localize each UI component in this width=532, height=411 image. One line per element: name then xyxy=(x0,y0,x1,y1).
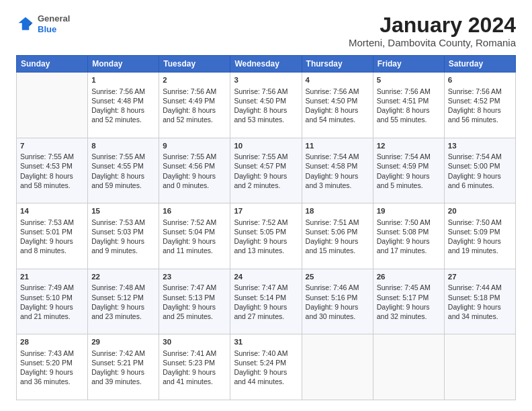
daylight-text: Daylight: 9 hours and 34 minutes. xyxy=(448,302,512,321)
sunrise-text: Sunrise: 7:55 AM xyxy=(20,152,84,161)
sunset-text: Sunset: 5:18 PM xyxy=(448,293,512,302)
sunset-text: Sunset: 5:21 PM xyxy=(91,358,155,367)
sunrise-text: Sunrise: 7:47 AM xyxy=(234,283,298,292)
sunset-text: Sunset: 4:49 PM xyxy=(163,96,226,105)
calendar-cell: 9Sunrise: 7:55 AMSunset: 4:56 PMDaylight… xyxy=(159,138,230,203)
daylight-text: Daylight: 8 hours and 53 minutes. xyxy=(234,105,298,124)
calendar-cell: 5Sunrise: 7:56 AMSunset: 4:51 PMDaylight… xyxy=(373,73,444,138)
sunset-text: Sunset: 5:09 PM xyxy=(448,227,512,236)
daylight-text: Daylight: 9 hours and 2 minutes. xyxy=(234,171,298,190)
day-number: 20 xyxy=(448,206,512,217)
daylight-text: Daylight: 9 hours and 23 minutes. xyxy=(91,302,155,321)
day-number: 30 xyxy=(163,337,226,348)
weekday-header-saturday: Saturday xyxy=(444,56,515,73)
calendar-cell xyxy=(17,73,88,138)
daylight-text: Daylight: 9 hours and 36 minutes. xyxy=(20,367,84,386)
sunrise-text: Sunrise: 7:43 AM xyxy=(20,349,84,358)
calendar-cell: 16Sunrise: 7:52 AMSunset: 5:04 PMDayligh… xyxy=(159,203,230,269)
daylight-text: Daylight: 9 hours and 30 minutes. xyxy=(306,302,369,321)
sunset-text: Sunset: 4:57 PM xyxy=(234,161,298,171)
day-number: 19 xyxy=(377,206,441,217)
day-number: 31 xyxy=(234,337,298,348)
calendar-cell: 18Sunrise: 7:51 AMSunset: 5:06 PMDayligh… xyxy=(302,203,373,269)
calendar-cell: 6Sunrise: 7:56 AMSunset: 4:52 PMDaylight… xyxy=(444,73,515,138)
day-number: 26 xyxy=(377,272,441,283)
daylight-text: Daylight: 9 hours and 44 minutes. xyxy=(234,367,298,386)
sunset-text: Sunset: 5:13 PM xyxy=(163,293,226,302)
sunset-text: Sunset: 5:12 PM xyxy=(91,293,155,302)
sunrise-text: Sunrise: 7:56 AM xyxy=(306,87,369,96)
sunrise-text: Sunrise: 7:51 AM xyxy=(306,218,369,227)
sunrise-text: Sunrise: 7:50 AM xyxy=(448,218,512,227)
daylight-text: Daylight: 8 hours and 52 minutes. xyxy=(163,105,226,124)
sunset-text: Sunset: 5:04 PM xyxy=(163,227,226,236)
day-number: 23 xyxy=(163,272,226,283)
sunset-text: Sunset: 4:56 PM xyxy=(163,161,226,171)
sunset-text: Sunset: 5:14 PM xyxy=(234,293,298,302)
weekday-header-row: SundayMondayTuesdayWednesdayThursdayFrid… xyxy=(17,56,516,73)
sunrise-text: Sunrise: 7:53 AM xyxy=(91,218,155,227)
day-number: 10 xyxy=(234,141,298,152)
daylight-text: Daylight: 8 hours and 59 minutes. xyxy=(91,171,155,190)
sunrise-text: Sunrise: 7:50 AM xyxy=(377,218,441,227)
calendar-cell: 25Sunrise: 7:46 AMSunset: 5:16 PMDayligh… xyxy=(302,269,373,334)
calendar-cell: 4Sunrise: 7:56 AMSunset: 4:50 PMDaylight… xyxy=(302,73,373,138)
weekday-header-thursday: Thursday xyxy=(302,56,373,73)
weekday-header-tuesday: Tuesday xyxy=(159,56,230,73)
calendar-cell: 26Sunrise: 7:45 AMSunset: 5:17 PMDayligh… xyxy=(373,269,444,334)
daylight-text: Daylight: 9 hours and 9 minutes. xyxy=(91,236,155,255)
calendar-cell: 7Sunrise: 7:55 AMSunset: 4:53 PMDaylight… xyxy=(17,138,88,203)
weekday-header-monday: Monday xyxy=(88,56,159,73)
page: General Blue January 2024 Morteni, Dambo… xyxy=(0,0,532,411)
calendar-cell: 28Sunrise: 7:43 AMSunset: 5:20 PMDayligh… xyxy=(17,334,88,400)
day-number: 7 xyxy=(20,141,84,152)
week-row-2: 7Sunrise: 7:55 AMSunset: 4:53 PMDaylight… xyxy=(17,138,516,203)
calendar-cell: 1Sunrise: 7:56 AMSunset: 4:48 PMDaylight… xyxy=(88,73,159,138)
calendar-cell: 27Sunrise: 7:44 AMSunset: 5:18 PMDayligh… xyxy=(444,269,515,334)
title-area: January 2024 Morteni, Dambovita County, … xyxy=(349,13,516,48)
day-number: 29 xyxy=(91,337,155,348)
calendar-cell: 29Sunrise: 7:42 AMSunset: 5:21 PMDayligh… xyxy=(88,334,159,400)
sunrise-text: Sunrise: 7:40 AM xyxy=(234,349,298,358)
week-row-3: 14Sunrise: 7:53 AMSunset: 5:01 PMDayligh… xyxy=(17,203,516,269)
daylight-text: Daylight: 9 hours and 5 minutes. xyxy=(377,171,441,190)
day-number: 13 xyxy=(448,141,512,152)
day-number: 11 xyxy=(306,141,369,152)
sunset-text: Sunset: 4:55 PM xyxy=(91,161,155,171)
weekday-header-friday: Friday xyxy=(373,56,444,73)
day-number: 14 xyxy=(20,206,84,217)
daylight-text: Daylight: 8 hours and 52 minutes. xyxy=(91,105,155,124)
calendar-table: SundayMondayTuesdayWednesdayThursdayFrid… xyxy=(16,55,516,400)
sunset-text: Sunset: 4:51 PM xyxy=(377,96,441,105)
day-number: 27 xyxy=(448,272,512,283)
day-number: 3 xyxy=(234,75,298,86)
sunset-text: Sunset: 4:50 PM xyxy=(234,96,298,105)
daylight-text: Daylight: 8 hours and 58 minutes. xyxy=(20,171,84,190)
calendar-cell: 14Sunrise: 7:53 AMSunset: 5:01 PMDayligh… xyxy=(17,203,88,269)
day-number: 8 xyxy=(91,141,155,152)
daylight-text: Daylight: 9 hours and 0 minutes. xyxy=(163,171,226,190)
sunset-text: Sunset: 5:01 PM xyxy=(20,227,84,236)
day-number: 5 xyxy=(377,75,441,86)
sunrise-text: Sunrise: 7:52 AM xyxy=(234,218,298,227)
day-number: 25 xyxy=(306,272,369,283)
day-number: 17 xyxy=(234,206,298,217)
sunrise-text: Sunrise: 7:55 AM xyxy=(163,152,226,161)
week-row-4: 21Sunrise: 7:49 AMSunset: 5:10 PMDayligh… xyxy=(17,269,516,334)
sunset-text: Sunset: 4:48 PM xyxy=(91,96,155,105)
month-title: January 2024 xyxy=(349,13,516,37)
daylight-text: Daylight: 9 hours and 15 minutes. xyxy=(306,236,369,255)
sunrise-text: Sunrise: 7:55 AM xyxy=(91,152,155,161)
sunrise-text: Sunrise: 7:56 AM xyxy=(377,87,441,96)
sunrise-text: Sunrise: 7:54 AM xyxy=(306,152,369,161)
location: Morteni, Dambovita County, Romania xyxy=(349,37,516,48)
weekday-header-sunday: Sunday xyxy=(17,56,88,73)
sunrise-text: Sunrise: 7:41 AM xyxy=(163,349,226,358)
calendar-cell: 3Sunrise: 7:56 AMSunset: 4:50 PMDaylight… xyxy=(230,73,302,138)
calendar-cell: 17Sunrise: 7:52 AMSunset: 5:05 PMDayligh… xyxy=(230,203,302,269)
week-row-5: 28Sunrise: 7:43 AMSunset: 5:20 PMDayligh… xyxy=(17,334,516,400)
calendar-cell: 21Sunrise: 7:49 AMSunset: 5:10 PMDayligh… xyxy=(17,269,88,334)
sunset-text: Sunset: 5:08 PM xyxy=(377,227,441,236)
daylight-text: Daylight: 9 hours and 11 minutes. xyxy=(163,236,226,255)
calendar-cell: 22Sunrise: 7:48 AMSunset: 5:12 PMDayligh… xyxy=(88,269,159,334)
